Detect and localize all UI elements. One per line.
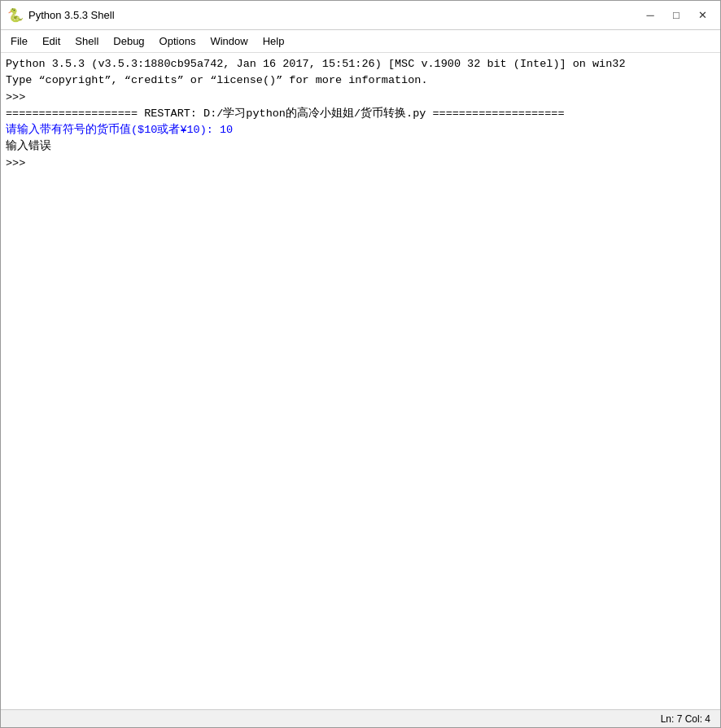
- status-bar: Ln: 7 Col: 4: [1, 709, 720, 727]
- main-window: 🐍 Python 3.5.3 Shell ─ □ ✕ FileEditShell…: [0, 0, 721, 728]
- menu-item-edit[interactable]: Edit: [36, 33, 67, 49]
- shell-line-3: ==================== RESTART: D:/学习pytho…: [6, 106, 715, 122]
- menu-bar: FileEditShellDebugOptionsWindowHelp: [1, 30, 720, 53]
- window-title: Python 3.5.3 Shell: [28, 9, 115, 21]
- shell-line-0: Python 3.5.3 (v3.5.3:1880cb95a742, Jan 1…: [6, 56, 715, 72]
- minimize-button[interactable]: ─: [639, 7, 662, 24]
- menu-item-options[interactable]: Options: [153, 33, 203, 49]
- shell-line-5: 输入错误: [6, 138, 715, 155]
- menu-item-debug[interactable]: Debug: [107, 33, 151, 49]
- menu-item-file[interactable]: File: [4, 33, 34, 49]
- title-bar-controls: ─ □ ✕: [639, 7, 714, 24]
- menu-item-help[interactable]: Help: [256, 33, 291, 49]
- app-icon: 🐍: [7, 7, 24, 24]
- shell-line-6: >>>: [6, 156, 715, 172]
- menu-item-shell[interactable]: Shell: [68, 33, 105, 49]
- maximize-button[interactable]: □: [665, 7, 688, 24]
- shell-output[interactable]: Python 3.5.3 (v3.5.3:1880cb95a742, Jan 1…: [1, 53, 720, 709]
- title-bar: 🐍 Python 3.5.3 Shell ─ □ ✕: [1, 1, 720, 30]
- close-button[interactable]: ✕: [691, 7, 714, 24]
- shell-line-1: Type “copyright”, “credits” or “license(…: [6, 72, 715, 89]
- shell-line-2: >>>: [6, 90, 715, 106]
- menu-item-window[interactable]: Window: [203, 33, 254, 49]
- title-bar-left: 🐍 Python 3.5.3 Shell: [7, 7, 115, 24]
- cursor-position: Ln: 7 Col: 4: [661, 713, 710, 725]
- shell-line-4: 请输入带有符号的货币值($10或者¥10): 10: [6, 122, 715, 138]
